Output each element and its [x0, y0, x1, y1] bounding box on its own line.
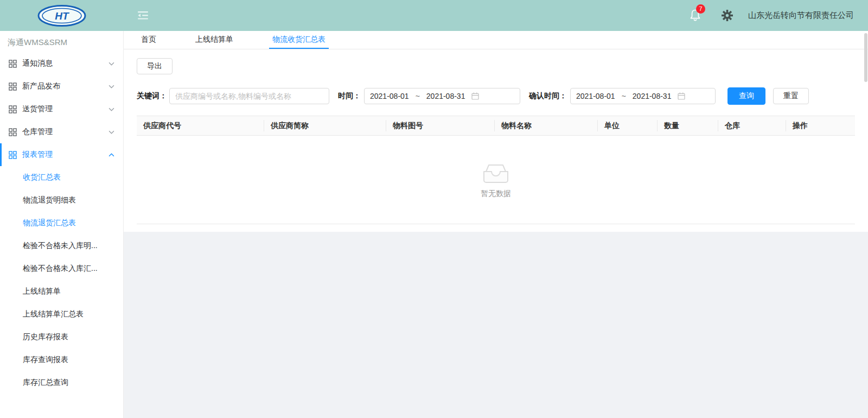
time-end-value: 2021-08-31: [426, 92, 465, 100]
range-separator: ~: [416, 92, 420, 100]
app-window: HT 7: [0, 0, 868, 418]
settings-gear-icon[interactable]: [722, 10, 733, 21]
chevron-down-icon: [108, 62, 114, 66]
sidebar-subitem-history-inventory[interactable]: 历史库存报表: [0, 326, 123, 349]
sidebar: 海通WMS&SRM 通知消息: [0, 31, 124, 418]
logo: HT: [0, 4, 124, 27]
sidebar-subitem-unqualified-detail[interactable]: 检验不合格未入库明...: [0, 235, 123, 257]
tab-bar: 首页 上线结算单 物流收货汇总表: [124, 31, 868, 49]
column-header-material-name: 物料名称: [495, 120, 598, 131]
sidebar-item-warehouse[interactable]: 仓库管理: [0, 121, 123, 143]
tab-label: 首页: [141, 35, 156, 45]
content-bottom-pad: [137, 224, 855, 232]
chevron-up-icon: [108, 153, 114, 157]
grid-icon: [9, 128, 17, 136]
calendar-icon: [471, 92, 479, 100]
sub-item-label: 上线结算单汇总表: [23, 309, 84, 319]
sub-item-label: 库存查询报表: [23, 355, 68, 365]
keyword-input[interactable]: [169, 88, 329, 104]
filter-bar: 关键词： 时间： 2021-08-01 ~ 2021-08-31: [137, 87, 855, 105]
reset-button[interactable]: 重置: [773, 88, 809, 104]
sidebar-subitem-return-summary[interactable]: 物流退货汇总表: [0, 212, 123, 235]
sidebar-item-label: 送货管理: [22, 104, 53, 114]
sidebar-subitem-receipt-summary[interactable]: 收货汇总表: [0, 166, 123, 189]
time-label: 时间：: [338, 91, 361, 101]
sub-item-label: 物流退货明细表: [23, 195, 76, 205]
main-area: 首页 上线结算单 物流收货汇总表 导出 关键词： 时间： 2021-08-01: [124, 31, 868, 418]
sidebar-collapse-icon[interactable]: [138, 11, 148, 20]
sidebar-subitem-online-settlement[interactable]: 上线结算单: [0, 280, 123, 303]
column-header-material-drawing: 物料图号: [386, 120, 495, 131]
sidebar-subitem-online-settlement-summary[interactable]: 上线结算单汇总表: [0, 303, 123, 326]
empty-text: 暂无数据: [481, 189, 511, 199]
column-header-supplier-name: 供应商简称: [264, 120, 386, 131]
confirm-end-value: 2021-08-31: [633, 92, 672, 100]
grid-icon: [9, 60, 17, 68]
tab-logistics-receipt-summary[interactable]: 物流收货汇总表: [269, 31, 329, 49]
chevron-down-icon: [108, 85, 114, 88]
sub-item-label: 检验不合格未入库明...: [23, 241, 98, 251]
sidebar-item-delivery[interactable]: 送货管理: [0, 98, 123, 121]
company-logo-icon: HT: [37, 4, 87, 27]
top-header: HT 7: [0, 0, 868, 31]
notification-badge: 7: [696, 4, 705, 14]
sidebar-subitem-inventory-summary-query[interactable]: 库存汇总查询: [0, 371, 123, 394]
grid-icon: [9, 105, 17, 113]
confirm-start-value: 2021-08-01: [576, 92, 615, 100]
app-title: 海通WMS&SRM: [0, 31, 123, 52]
column-header-unit: 单位: [598, 120, 658, 131]
grid-icon: [9, 151, 17, 159]
export-button[interactable]: 导出: [137, 58, 173, 74]
calendar-icon: [678, 92, 685, 100]
confirm-time-range-picker[interactable]: 2021-08-01 ~ 2021-08-31: [570, 88, 716, 104]
confirm-time-label: 确认时间：: [529, 91, 567, 101]
tab-label: 上线结算单: [195, 35, 233, 45]
time-range-picker[interactable]: 2021-08-01 ~ 2021-08-31: [364, 88, 520, 104]
sub-item-label: 检验不合格未入库汇...: [23, 264, 98, 274]
company-name: 山东光岳转向节有限责任公司: [748, 10, 854, 21]
sub-item-label: 历史库存报表: [23, 332, 68, 342]
sub-item-label: 库存汇总查询: [23, 378, 68, 388]
tab-online-settlement[interactable]: 上线结算单: [192, 31, 237, 49]
sidebar-item-label: 仓库管理: [22, 127, 53, 137]
sidebar-subitem-inventory-query[interactable]: 库存查询报表: [0, 349, 123, 371]
empty-box-icon: [480, 161, 512, 185]
search-button[interactable]: 查询: [727, 87, 765, 105]
time-start-value: 2021-08-01: [370, 92, 409, 100]
sidebar-subitem-return-detail[interactable]: 物流退货明细表: [0, 189, 123, 212]
content-panel: 导出 关键词： 时间： 2021-08-01 ~ 2021-08-31: [124, 49, 868, 232]
sub-item-label: 收货汇总表: [23, 173, 61, 182]
scrollbar[interactable]: [864, 31, 868, 418]
sidebar-item-notifications[interactable]: 通知消息: [0, 52, 123, 75]
scrollbar-thumb[interactable]: [864, 33, 867, 82]
range-separator: ~: [622, 92, 626, 100]
sub-item-label: 物流退货汇总表: [23, 218, 76, 228]
sidebar-item-label: 新产品发布: [22, 81, 60, 91]
column-header-warehouse: 仓库: [718, 120, 786, 131]
column-header-quantity: 数量: [658, 120, 718, 131]
empty-state: 暂无数据: [137, 136, 855, 224]
tab-label: 物流收货汇总表: [272, 35, 326, 45]
table-header-row: 供应商代号 供应商简称 物料图号 物料名称 单位 数量 仓库 操作: [137, 116, 855, 136]
tab-home[interactable]: 首页: [138, 31, 159, 49]
column-header-supplier-code: 供应商代号: [137, 120, 264, 131]
logo-text: HT: [55, 10, 69, 22]
chevron-down-icon: [108, 130, 114, 134]
keyword-label: 关键词：: [137, 91, 167, 101]
sidebar-subitem-unqualified-summary[interactable]: 检验不合格未入库汇...: [0, 257, 123, 280]
page-background: [124, 232, 868, 418]
sidebar-item-label: 报表管理: [22, 150, 53, 160]
sidebar-item-label: 通知消息: [22, 59, 53, 68]
grid-icon: [9, 83, 17, 91]
chevron-down-icon: [108, 107, 114, 111]
sidebar-item-new-product[interactable]: 新产品发布: [0, 75, 123, 98]
column-header-actions: 操作: [786, 120, 855, 131]
results-table: 供应商代号 供应商简称 物料图号 物料名称 单位 数量 仓库 操作: [137, 116, 855, 224]
sidebar-item-reports[interactable]: 报表管理: [0, 143, 123, 166]
sub-item-label: 上线结算单: [23, 287, 61, 296]
notifications-bell-icon[interactable]: 7: [690, 9, 701, 23]
